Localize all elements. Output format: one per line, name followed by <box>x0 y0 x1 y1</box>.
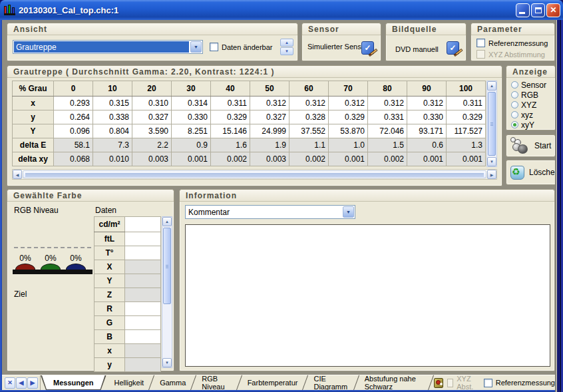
cell-x-20[interactable]: 0.310 <box>132 97 172 110</box>
tab-cie-diagramm[interactable]: CIE Diagramm <box>305 375 356 390</box>
cell-y-0[interactable]: 0.264 <box>54 110 93 124</box>
tab-abstufung-nahe-schwarz[interactable]: Abstufung nahe Schwarz <box>357 375 432 390</box>
tab-gamma[interactable]: Gamma <box>152 375 194 390</box>
daten-value-cd-m[interactable] <box>125 217 161 232</box>
daten-value-r[interactable] <box>125 302 161 316</box>
cell-y-60[interactable]: 37.552 <box>289 124 329 138</box>
scrollbar-thumb[interactable] <box>163 228 171 304</box>
loeschen-button[interactable]: ♻ Löschen <box>506 160 555 185</box>
cell-y-70[interactable]: 53.870 <box>329 124 368 138</box>
cell-delta-xy-20[interactable]: 0.003 <box>132 152 172 166</box>
cell-x-90[interactable]: 0.312 <box>407 97 447 110</box>
table-horizontal-scrollbar[interactable]: ◀ ▶ <box>12 169 497 180</box>
scroll-right-icon[interactable]: ▶ <box>487 170 496 179</box>
cell-y-20[interactable]: 3.590 <box>132 124 172 138</box>
tab-helligkeit[interactable]: Helligkeit <box>106 375 152 390</box>
view-select[interactable]: Grautreppe ▼ <box>13 40 203 54</box>
cell-delta-e-80[interactable]: 1.5 <box>368 138 407 152</box>
cell-delta-e-10[interactable]: 7.3 <box>93 138 132 152</box>
column-header-20[interactable]: 20 <box>132 81 172 97</box>
chevron-down-icon[interactable]: ▼ <box>343 206 354 218</box>
sensor-settings-icon[interactable]: ✓ <box>361 41 378 56</box>
cell-delta-xy-10[interactable]: 0.010 <box>93 152 132 166</box>
cell-delta-xy-70[interactable]: 0.001 <box>329 152 368 166</box>
scroll-left-icon[interactable]: ◀ <box>13 170 22 179</box>
cell-x-40[interactable]: 0.311 <box>211 97 250 110</box>
scroll-up-icon[interactable]: ▲ <box>162 217 172 226</box>
cell-y-10[interactable]: 0.338 <box>93 110 132 124</box>
chevron-down-icon[interactable]: ▼ <box>190 41 202 53</box>
scroll-down-icon[interactable]: ▼ <box>487 157 496 166</box>
cell-delta-xy-40[interactable]: 0.002 <box>211 152 250 166</box>
bildquelle-settings-icon[interactable]: ✓ <box>447 41 463 56</box>
cell-delta-e-0[interactable]: 58.1 <box>54 138 93 152</box>
tab-rgb-niveau[interactable]: RGB Niveau <box>194 375 239 390</box>
cell-y-50[interactable]: 24.999 <box>250 124 289 138</box>
cell-delta-xy-100[interactable]: 0.001 <box>447 152 486 166</box>
cell-delta-e-40[interactable]: 1.6 <box>211 138 250 152</box>
cell-delta-e-20[interactable]: 2.2 <box>132 138 172 152</box>
cell-delta-xy-30[interactable]: 0.001 <box>172 152 211 166</box>
radio-rgb[interactable]: RGB <box>506 90 555 100</box>
daten-value-ftl[interactable] <box>125 232 161 246</box>
cell-y-80[interactable]: 0.331 <box>368 110 407 124</box>
table-vertical-scrollbar[interactable]: ▲ ▼ <box>486 81 497 167</box>
cell-y-0[interactable]: 0.096 <box>54 124 93 138</box>
cell-x-30[interactable]: 0.314 <box>172 97 211 110</box>
spinner-down-icon[interactable]: ▼ <box>280 47 293 55</box>
daten-value-b[interactable] <box>125 330 161 344</box>
start-button[interactable]: Start <box>506 134 555 157</box>
cell-delta-e-70[interactable]: 1.0 <box>329 138 368 152</box>
cell-y-70[interactable]: 0.329 <box>329 110 368 124</box>
scroll-up-icon[interactable]: ▲ <box>487 81 496 91</box>
column-header-50[interactable]: 50 <box>250 81 289 97</box>
tab-prev-button[interactable]: ◀ <box>16 377 27 389</box>
cell-y-40[interactable]: 15.146 <box>211 124 250 138</box>
column-header-30[interactable]: 30 <box>172 81 211 97</box>
column-header-70[interactable]: 70 <box>329 81 368 97</box>
cell-y-60[interactable]: 0.328 <box>289 110 329 124</box>
spinner-up-icon[interactable]: ▲ <box>280 39 293 47</box>
cell-delta-e-60[interactable]: 1.1 <box>289 138 329 152</box>
tab-close-button[interactable]: ✕ <box>5 377 15 389</box>
cell-y-30[interactable]: 0.330 <box>172 110 211 124</box>
cell-x-70[interactable]: 0.312 <box>329 97 368 110</box>
daten-value-g[interactable] <box>125 316 161 330</box>
cell-y-20[interactable]: 0.327 <box>132 110 172 124</box>
radio-sensor[interactable]: Sensor <box>506 80 555 90</box>
minimize-button[interactable] <box>516 3 530 17</box>
column-header-0[interactable]: 0 <box>54 81 93 97</box>
cell-y-40[interactable]: 0.329 <box>211 110 250 124</box>
cell-y-30[interactable]: 8.251 <box>172 124 211 138</box>
cell-x-100[interactable]: 0.311 <box>447 97 486 110</box>
column-header-40[interactable]: 40 <box>211 81 250 97</box>
column-header-60[interactable]: 60 <box>289 81 329 97</box>
cell-delta-e-90[interactable]: 0.6 <box>407 138 447 152</box>
referenzmessung-status-checkbox[interactable]: Referenzmessung <box>484 379 555 387</box>
scroll-down-icon[interactable]: ▼ <box>162 358 172 367</box>
cell-y-90[interactable]: 0.330 <box>407 110 447 124</box>
radio-xyz[interactable]: XYZ <box>506 100 555 110</box>
cell-y-10[interactable]: 0.804 <box>93 124 132 138</box>
cell-y-100[interactable]: 0.329 <box>447 110 486 124</box>
column-header-10[interactable]: 10 <box>93 81 132 97</box>
maximize-button[interactable] <box>531 3 545 17</box>
cell-delta-e-100[interactable]: 1.3 <box>447 138 486 152</box>
cell-delta-xy-80[interactable]: 0.002 <box>368 152 407 166</box>
cell-y-80[interactable]: 72.046 <box>368 124 407 138</box>
comment-textarea[interactable] <box>185 224 550 367</box>
cell-x-0[interactable]: 0.293 <box>54 97 93 110</box>
tab-next-button[interactable]: ▶ <box>27 377 38 389</box>
cell-y-90[interactable]: 93.171 <box>407 124 447 138</box>
cell-x-50[interactable]: 0.312 <box>250 97 289 110</box>
cell-delta-e-30[interactable]: 0.9 <box>172 138 211 152</box>
column-header-80[interactable]: 80 <box>368 81 407 97</box>
daten-aenderbar-checkbox[interactable]: Daten änderbar <box>210 43 272 51</box>
tab-messungen[interactable]: Messungen <box>41 375 106 390</box>
cell-delta-xy-90[interactable]: 0.001 <box>407 152 447 166</box>
column-header-100[interactable]: 100 <box>447 81 486 97</box>
scrollbar-thumb[interactable] <box>23 170 486 178</box>
radio-xyy[interactable]: xyY <box>506 120 555 130</box>
referenzmessung-checkbox[interactable]: Referenzmessung <box>476 39 548 47</box>
cell-x-60[interactable]: 0.312 <box>289 97 329 110</box>
